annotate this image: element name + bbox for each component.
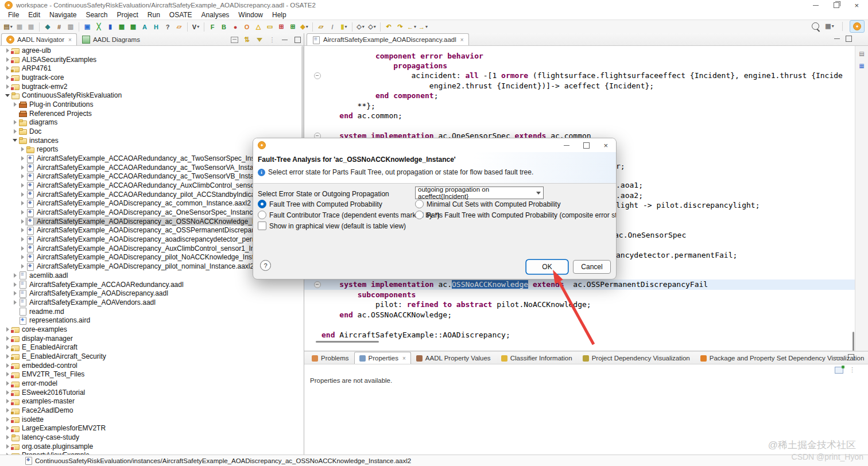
expander-icon[interactable] [5,381,10,386]
expander-icon[interactable] [12,102,18,107]
radio-option-fault-tree-with-computed-probability[interactable]: Fault Tree with Computed Probability [258,200,382,208]
tab-aadl-diagrams[interactable]: AADL Diagrams [77,33,145,45]
search-icon[interactable] [812,22,819,30]
help-validate-icon[interactable]: ? [162,22,173,32]
window-tool-icon[interactable]: ▣ [82,22,92,32]
dialog-minimize-button[interactable] [564,145,569,146]
tab-classifier-information[interactable]: Classifier Information [496,352,578,364]
expander-icon[interactable] [12,273,18,278]
expander-icon[interactable] [20,165,25,170]
feather-icon[interactable]: / [327,22,338,32]
minimize-bottom-panel-icon[interactable] [835,357,841,358]
save-icon[interactable]: ▦ [14,22,25,32]
minimize-editor-icon[interactable] [834,38,840,39]
expander-icon[interactable] [12,139,18,142]
menu-file[interactable]: File [3,11,24,19]
expander-icon[interactable] [5,336,10,341]
tree-item-aircraftsafetyexample-aoadiscrepancy-aadl[interactable]: AircraftSafetyExample_AOADiscrepancy.aad… [0,289,301,298]
expander-icon[interactable] [20,219,25,224]
table-view-2-icon[interactable]: ▦ [128,22,138,32]
tree-item-face2aadldemo[interactable]: Face2AadlDemo [0,406,301,415]
table-view-1-icon[interactable]: ▦ [117,22,127,32]
next-annotation-icon[interactable]: ◇▾ [355,22,366,32]
expander-icon[interactable] [5,94,10,97]
tree-item-e-enabledaircraft-security[interactable]: E_EnabledAircraft_Security [0,352,301,361]
expander-icon[interactable] [5,372,10,376]
copy-icon[interactable]: ▥ [65,22,76,32]
expander-icon[interactable] [20,255,25,259]
menu-run[interactable]: Run [143,11,165,19]
open-perspective-icon[interactable]: ▦▾ [824,21,835,32]
ok-button[interactable]: OK [526,260,568,274]
sync-icon[interactable]: ╳ [94,22,104,32]
menu-window[interactable]: Window [234,11,268,19]
cancel-button[interactable]: Cancel [573,260,611,274]
forward-icon[interactable]: →▾ [418,22,428,32]
tree-item-core-examples[interactable]: core-examples [0,325,301,334]
tree-item-esweek2016tutorial[interactable]: ESweek2016Tutorial [0,388,301,397]
view-menu-icon[interactable]: ⋮ [268,36,276,44]
expander-icon[interactable] [5,327,10,332]
menu-edit[interactable]: Edit [24,11,45,19]
dialog-maximize-button[interactable] [583,142,590,149]
tree-item-error-model[interactable]: error-model [0,379,301,388]
menu-osate[interactable]: OSATE [165,11,197,19]
tree-item-display-manager[interactable]: display-manager [0,334,301,343]
expander-icon[interactable] [5,84,10,89]
graphical-view-option[interactable]: Show in graphical view (default is table… [258,222,406,230]
tree-item-readme-md[interactable]: readme.md [0,307,301,316]
editor-tab[interactable]: AircraftSafetyExample_AOADiscrepancy.aad… [307,33,469,45]
expander-icon[interactable] [5,426,10,430]
tree-item-doc[interactable]: Doc [0,127,301,136]
expander-icon[interactable] [20,147,25,152]
quick-diff-icon[interactable]: ▤ [859,51,864,57]
tree-item-diagrams[interactable]: diagrams [0,118,301,127]
build-all-icon[interactable]: # [54,22,64,32]
minimize-view-icon[interactable] [282,40,288,40]
expander-icon[interactable] [5,66,10,71]
window-restore-button[interactable] [834,2,839,8]
tab-aadl-property-values[interactable]: AADL Property Values [411,352,496,364]
tree-item-arp4761[interactable]: ARP4761 [0,64,301,73]
expander-icon[interactable] [5,57,10,62]
radio-option-fault-contributor-trace-dependent-events[interactable]: Fault Contributor Trace (dependent event… [258,211,440,219]
bori-icon[interactable]: B [219,22,229,32]
save-all-icon[interactable]: ▦ [26,22,36,32]
expander-icon[interactable] [20,192,25,197]
tree-item-largeexamplesforemv2tr[interactable]: LargeExamplesforEMV2TR [0,424,301,433]
key-icon[interactable]: ◆▾ [299,22,309,32]
radio-selected-icon[interactable] [258,200,266,208]
tree-item-bugtrack-core[interactable]: bugtrack-core [0,73,301,82]
expander-icon[interactable] [20,228,25,232]
tab-project-dependency-visualization[interactable]: Project Dependency Visualization [578,352,695,364]
collapse-all-icon[interactable] [231,37,238,43]
tree-item-org-osate-pluginsample[interactable]: org.osate.pluginsample [0,442,301,451]
expander-icon[interactable] [20,183,25,188]
undo-icon[interactable]: ↶ [383,22,394,32]
expander-icon[interactable] [12,300,18,305]
expander-icon[interactable] [20,201,25,205]
tree-item-latency-case-study[interactable]: latency-case-study [0,433,301,442]
warning-icon[interactable]: △ [253,22,264,32]
tab-aadl-navigator[interactable]: AADL Navigator× [1,33,77,45]
new-wizard-icon[interactable]: ▤▾ [3,22,13,32]
radio-option-minimal-cut-sets-with-computed-probabili[interactable]: Minimal Cut Sets with Computed Probabili… [415,200,560,208]
close-icon[interactable]: × [68,37,72,43]
expander-icon[interactable] [5,435,10,440]
maximize-editor-icon[interactable] [846,36,852,42]
tree-item-embedded-control[interactable]: embedded-control [0,361,301,370]
maximize-bottom-panel-icon[interactable] [848,354,854,360]
radio-option-parts-fault-tree-with-computed-probabili[interactable]: Parts Fault Tree with Computed Probabili… [415,211,617,219]
fold-collapse-icon[interactable] [314,281,321,288]
link-with-editor-icon[interactable]: ⇅ [243,36,251,44]
window-minimize-button[interactable] [813,5,819,6]
filter-icon[interactable] [257,38,262,42]
bug-icon[interactable]: ● [230,22,241,32]
fha-icon[interactable]: F [207,22,218,32]
tab-problems[interactable]: Problems [307,352,354,364]
grid-red-icon[interactable]: ⊞ [276,22,286,32]
folder-edit-icon[interactable]: ▱ [316,22,326,32]
menu-search[interactable]: Search [81,11,112,19]
radio-icon[interactable] [415,200,424,208]
pin-view-icon[interactable] [835,367,843,374]
